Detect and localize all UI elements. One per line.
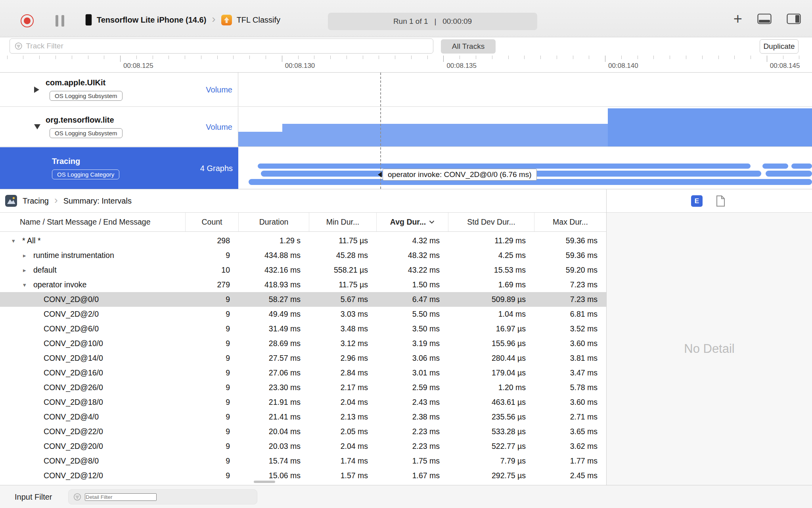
ruler-timestamp: 00:08.145 (770, 62, 800, 70)
uikit-chart[interactable] (238, 73, 812, 106)
track-label[interactable]: org.tensorflow.lite OS Logging Subsystem… (0, 107, 238, 146)
std-dev-dur-cell: 7.79 µs (448, 456, 534, 466)
track-filter-input[interactable] (26, 42, 428, 50)
toolbar: Tensorflow Lite iPhone (14.6) › TFL Clas… (0, 0, 812, 37)
avg-dur-cell: 48.32 ms (377, 251, 448, 260)
disclosure-triangle-icon[interactable] (34, 87, 39, 93)
table-row[interactable]: ▾* All *2981.29 s11.75 µs4.32 ms11.29 ms… (0, 233, 606, 248)
column-header-max[interactable]: Max Dur... (534, 213, 606, 231)
timeline-ruler[interactable]: 00:08.12500:08.13000:08.13500:08.14000:0… (0, 56, 812, 73)
all-tracks-label: All Tracks (452, 42, 485, 51)
table-row[interactable]: CONV_2D@16/0927.06 ms2.84 ms3.01 ms179.0… (0, 366, 606, 380)
collapse-chevron-icon[interactable]: ▾ (12, 237, 22, 244)
track-label[interactable]: com.apple.UIKit OS Logging Subsystem Vol… (0, 73, 238, 106)
major-tick (767, 56, 767, 62)
detail-filter-input[interactable] (85, 493, 157, 501)
expand-chevron-icon[interactable]: ▸ (23, 252, 33, 259)
count-cell: 9 (186, 339, 239, 348)
volume-chart[interactable] (238, 107, 812, 146)
no-detail-placeholder: No Detail (684, 342, 735, 356)
row-name: CONV_2D@14/0 (44, 354, 103, 363)
table-row[interactable]: CONV_2D@20/0920.03 ms2.04 ms2.23 ms522.7… (0, 439, 606, 454)
horizontal-scrollbar[interactable] (254, 481, 275, 483)
table-row[interactable]: CONV_2D@14/0927.57 ms2.96 ms3.06 ms280.4… (0, 351, 606, 366)
table-row[interactable]: ▸default10432.16 ms558.21 µs43.22 ms15.5… (0, 263, 606, 277)
volume-bar-segment (282, 124, 608, 146)
extended-detail-button[interactable]: E (691, 195, 703, 207)
collapse-chevron-icon[interactable]: ▾ (23, 281, 33, 289)
count-cell: 9 (186, 427, 239, 436)
duration-cell: 20.03 ms (239, 442, 309, 451)
std-dev-dur-cell: 1.69 ms (448, 280, 534, 289)
table-row[interactable]: CONV_2D@8/0915.74 ms1.74 ms1.75 ms7.79 µ… (0, 454, 606, 468)
track-row-tracing[interactable]: Tracing OS Logging Category 4 Graphs ope… (0, 147, 812, 189)
row-name: CONV_2D@22/0 (44, 427, 103, 436)
filter-bar: All Tracks Duplicate (0, 38, 812, 56)
table-row[interactable]: CONV_2D@10/0928.69 ms3.12 ms3.19 ms155.9… (0, 336, 606, 351)
filter-icon (15, 42, 22, 50)
table-row[interactable]: CONV_2D@12/0915.06 ms1.57 ms1.67 ms292.7… (0, 468, 606, 483)
minor-tick (363, 56, 363, 59)
track-label[interactable]: Tracing OS Logging Category 4 Graphs (0, 147, 238, 189)
avg-dur-cell: 2.38 ms (377, 412, 448, 421)
column-header-avg[interactable]: Avg Dur... (377, 213, 448, 231)
minor-tick (201, 56, 201, 59)
duration-cell: 1.29 s (239, 236, 309, 245)
breadcrumb-root[interactable]: Tracing (23, 196, 49, 206)
disclosure-triangle-icon[interactable] (34, 124, 40, 129)
panel-divider[interactable] (606, 189, 607, 485)
toggle-bottom-panel-button[interactable] (757, 13, 772, 24)
column-header-stddev[interactable]: Std Dev Dur... (448, 213, 534, 231)
std-dev-dur-cell: 15.53 ms (448, 266, 534, 275)
table-row[interactable]: CONV_2D@2/0949.49 ms3.03 ms5.50 ms1.04 m… (0, 307, 606, 321)
expand-chevron-icon[interactable]: ▸ (23, 267, 33, 274)
device-target-chip[interactable]: Tensorflow Lite iPhone (14.6) › TFL Clas… (85, 12, 280, 28)
breadcrumb-page[interactable]: Summary: Intervals (63, 196, 132, 206)
count-cell: 9 (186, 368, 239, 377)
table-row[interactable]: CONV_2D@6/0931.49 ms3.48 ms3.50 ms16.97 … (0, 321, 606, 336)
table-row[interactable]: CONV_2D@0/0958.27 ms5.67 ms6.47 ms509.89… (0, 292, 606, 307)
track-badge: OS Logging Subsystem (50, 91, 123, 101)
column-header-min[interactable]: Min Dur... (309, 213, 377, 231)
track-filter-field[interactable] (10, 38, 433, 54)
avg-dur-cell: 2.23 ms (377, 442, 448, 451)
track-row-uikit[interactable]: com.apple.UIKit OS Logging Subsystem Vol… (0, 73, 812, 107)
std-dev-dur-cell: 533.28 µs (448, 427, 534, 436)
table-row[interactable]: CONV_2D@22/0920.04 ms2.05 ms2.23 ms533.2… (0, 424, 606, 439)
interval-bar (258, 164, 751, 169)
all-tracks-button[interactable]: All Tracks (441, 39, 496, 54)
pause-button[interactable] (56, 15, 67, 27)
min-dur-cell: 1.74 ms (309, 456, 377, 466)
std-dev-dur-cell: 235.56 µs (448, 412, 534, 421)
track-row-tensorflow[interactable]: org.tensorflow.lite OS Logging Subsystem… (0, 107, 812, 147)
max-dur-cell: 5.78 ms (534, 383, 606, 392)
toggle-right-panel-button[interactable] (787, 13, 801, 24)
row-name: CONV_2D@10/0 (44, 339, 103, 348)
column-header-count[interactable]: Count (186, 213, 239, 231)
add-instrument-button[interactable]: + (733, 11, 742, 26)
minor-tick (379, 56, 379, 59)
detail-filter-field[interactable] (68, 489, 257, 504)
column-header-duration[interactable]: Duration (239, 213, 309, 231)
duration-cell: 21.91 ms (239, 398, 309, 407)
minor-tick (783, 56, 783, 59)
avg-dur-cell: 2.43 ms (377, 398, 448, 407)
count-cell: 9 (186, 295, 239, 304)
minor-tick (266, 56, 266, 59)
minor-tick (427, 56, 428, 59)
table-row[interactable]: CONV_2D@26/0923.30 ms2.17 ms2.59 ms1.20 … (0, 380, 606, 395)
table-row[interactable]: ▾operator invoke279418.93 ms11.75 µs1.50… (0, 277, 606, 292)
column-header-name[interactable]: Name / Start Message / End Message (0, 213, 186, 231)
table-row[interactable]: CONV_2D@4/0921.41 ms2.13 ms2.38 ms235.56… (0, 410, 606, 424)
max-dur-cell: 59.20 ms (534, 266, 606, 275)
app-icon (221, 15, 232, 25)
document-icon[interactable] (716, 195, 725, 207)
table-row[interactable]: ▸runtime instrumentation9434.88 ms45.28 … (0, 248, 606, 263)
duplicate-button[interactable]: Duplicate (760, 39, 799, 54)
table-row[interactable]: CONV_2D@18/0921.91 ms2.04 ms2.43 ms463.6… (0, 395, 606, 410)
tracing-chart[interactable]: operator invoke: CONV_2D@0/0 (6.76 ms) (238, 147, 812, 189)
row-name: CONV_2D@0/0 (44, 295, 99, 304)
input-filter-label[interactable]: Input Filter (15, 492, 52, 501)
record-button[interactable] (21, 14, 34, 27)
min-dur-cell: 3.12 ms (309, 339, 377, 348)
